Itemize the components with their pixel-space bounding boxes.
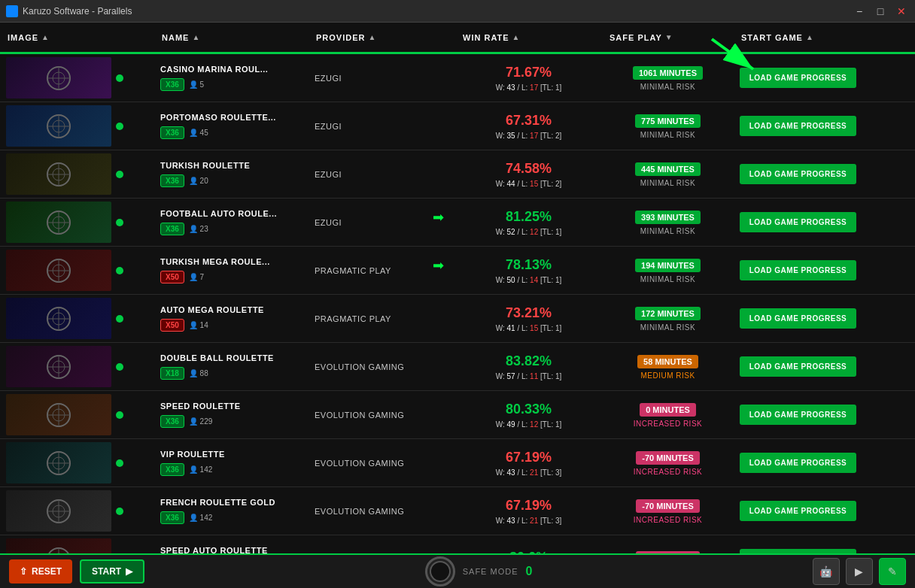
minimize-button[interactable]: − <box>852 4 867 19</box>
cell-winrate: ➡ 78.13% W: 50 / L: 14 [TL: 1] <box>455 254 602 287</box>
col-winrate[interactable]: WIN RATE ▲ <box>455 33 602 42</box>
game-thumbnail <box>6 538 111 553</box>
bot-icon-button[interactable]: 🤖 <box>813 558 840 585</box>
table-row: SPEED ROULETTE X36 👤 229 EVOLUTION GAMIN… <box>0 391 915 439</box>
minutes-badge: -92 MINUTES <box>636 551 699 553</box>
reset-button[interactable]: ⇧ RESET <box>9 559 72 583</box>
bottom-bar: ⇧ RESET START ▶ SAFE MODE 0 🤖 ▶ ✎ <box>0 553 915 588</box>
multiplier-badge: X50 <box>160 271 184 283</box>
cell-image <box>0 295 154 342</box>
winrate-details: W: 44 / L: 15 [TL: 2] <box>463 180 594 188</box>
load-game-button[interactable]: LOAD GAME PROGRESS <box>740 501 856 521</box>
load-game-button[interactable]: LOAD GAME PROGRESS <box>740 356 856 377</box>
load-game-button[interactable]: LOAD GAME PROGRESS <box>740 549 856 553</box>
game-badges: X36 👤 45 <box>160 126 302 139</box>
titlebar-controls: − □ ✕ <box>852 4 909 19</box>
multiplier-badge: X18 <box>160 367 184 380</box>
col-name[interactable]: NAME ▲ <box>154 33 309 42</box>
game-name: VIP ROULETTE <box>160 450 302 459</box>
game-badges: X36 👤 5 <box>160 78 302 91</box>
app-icon <box>6 5 18 17</box>
close-button[interactable]: ✕ <box>894 4 909 19</box>
cell-start: LOAD GAME PROGRESS <box>734 305 865 332</box>
load-game-button[interactable]: LOAD GAME PROGRESS <box>740 405 856 425</box>
winrate-details: W: 49 / L: 12 [TL: 1] <box>463 420 594 429</box>
cell-winrate: 80.33% W: 49 / L: 12 [TL: 1] <box>455 399 602 432</box>
maximize-button[interactable]: □ <box>873 4 888 19</box>
load-game-button[interactable]: LOAD GAME PROGRESS <box>740 212 856 232</box>
table-row: TURKISH MEGA ROULE... X50 👤 7 PRAGMATIC … <box>0 247 915 295</box>
cell-start: LOAD GAME PROGRESS <box>734 209 865 235</box>
risk-label: MEDIUM RISK <box>608 371 728 380</box>
game-badges: X36 👤 142 <box>160 511 302 524</box>
table-row: FOOTBALL AUTO ROULE... X36 👤 23 EZUGI ➡ … <box>0 199 915 247</box>
risk-label: MINIMAL RISK <box>608 275 728 283</box>
game-name: DOUBLE BALL ROULETTE <box>160 353 302 362</box>
cell-name: TURKISH ROULETTE X36 👤 20 <box>154 158 309 190</box>
cell-start: LOAD GAME PROGRESS <box>734 113 865 139</box>
cell-start: LOAD GAME PROGRESS <box>734 402 865 428</box>
row-arrow-icon: ➡ <box>433 257 444 274</box>
col-image[interactable]: IMAGE ▲ <box>0 33 154 42</box>
chart-icon-button[interactable]: ✎ <box>879 558 906 585</box>
col-startgame[interactable]: START GAME ▲ <box>734 33 865 42</box>
play-icon: ▶ <box>126 566 132 577</box>
players-badge: 👤 88 <box>189 369 208 377</box>
col-provider[interactable]: PROVIDER ▲ <box>309 33 455 42</box>
start-button[interactable]: START ▶ <box>80 559 144 583</box>
cell-name: CASINO MARINA ROUL... X36 👤 5 <box>154 62 309 94</box>
table-row: FRENCH ROULETTE GOLD X36 👤 142 EVOLUTION… <box>0 487 915 535</box>
cell-name: SPEED AUTO ROULETTE X36 👤 0 <box>154 543 309 553</box>
load-game-button[interactable]: LOAD GAME PROGRESS <box>740 116 856 136</box>
status-dot <box>116 315 123 323</box>
cell-image <box>0 535 154 553</box>
risk-label: MINIMAL RISK <box>608 83 728 91</box>
game-thumbnail <box>6 105 111 147</box>
row-arrow-icon: ➡ <box>433 209 444 226</box>
risk-label: MINIMAL RISK <box>608 227 728 235</box>
load-game-button[interactable]: LOAD GAME PROGRESS <box>740 68 856 88</box>
cell-start: LOAD GAME PROGRESS <box>734 65 865 91</box>
minutes-badge: 0 MINUTES <box>640 403 696 417</box>
sort-icon-provider: ▲ <box>368 33 376 41</box>
winrate-percent: 78.13% <box>463 257 594 273</box>
load-game-button[interactable]: LOAD GAME PROGRESS <box>740 308 856 329</box>
winrate-details: W: 35 / L: 17 [TL: 2] <box>463 132 594 140</box>
load-game-button[interactable]: LOAD GAME PROGRESS <box>740 453 856 473</box>
cell-safeplay: -92 MINUTES <box>602 547 734 553</box>
multiplier-badge: X36 <box>160 511 184 524</box>
winrate-details: W: 52 / L: 12 [TL: 1] <box>463 228 594 236</box>
table-row: AUTO MEGA ROULETTE X50 👤 14 PRAGMATIC PL… <box>0 295 915 343</box>
col-safeplay[interactable]: SAFE PLAY ▼ <box>602 33 734 42</box>
game-name: FRENCH ROULETTE GOLD <box>160 498 302 507</box>
play-icon-button[interactable]: ▶ <box>846 558 873 585</box>
bottom-right: 🤖 ▶ ✎ <box>813 558 906 585</box>
minutes-badge: 1061 MINUTES <box>633 66 703 80</box>
players-badge: 👤 45 <box>189 129 208 137</box>
load-game-button[interactable]: LOAD GAME PROGRESS <box>740 260 856 280</box>
safe-mode-toggle[interactable] <box>425 556 455 586</box>
cell-name: FRENCH ROULETTE GOLD X36 👤 142 <box>154 495 309 527</box>
players-badge: 👤 142 <box>189 514 212 522</box>
game-name: PORTOMASO ROULETTE... <box>160 113 302 122</box>
main-content: IMAGE ▲ NAME ▲ PROVIDER ▲ WIN RATE ▲ SAF… <box>0 23 915 553</box>
cell-winrate: 67.19% W: 43 / L: 21 [TL: 3] <box>455 495 602 528</box>
load-game-button[interactable]: LOAD GAME PROGRESS <box>740 164 856 184</box>
cell-provider: EVOLUTION GAMING <box>309 359 455 374</box>
cell-name: VIP ROULETTE X36 👤 142 <box>154 447 309 479</box>
cell-name: DOUBLE BALL ROULETTE X18 👤 88 <box>154 350 309 383</box>
players-badge: 👤 142 <box>189 465 212 474</box>
multiplier-badge: X36 <box>160 463 184 476</box>
winrate-percent: 67.31% <box>463 113 594 129</box>
game-badges: X36 👤 142 <box>160 463 302 476</box>
sort-icon-image: ▲ <box>41 33 50 41</box>
cell-image <box>0 247 154 294</box>
cell-start: LOAD GAME PROGRESS <box>734 257 865 283</box>
cell-image <box>0 102 154 150</box>
players-badge: 👤 23 <box>189 225 208 233</box>
sort-icon-safeplay: ▼ <box>665 33 673 41</box>
sort-icon-winrate: ▲ <box>512 33 521 41</box>
cell-start: LOAD GAME PROGRESS <box>734 450 865 476</box>
status-dot <box>116 508 123 515</box>
winrate-details: W: 43 / L: 17 [TL: 1] <box>463 83 594 92</box>
